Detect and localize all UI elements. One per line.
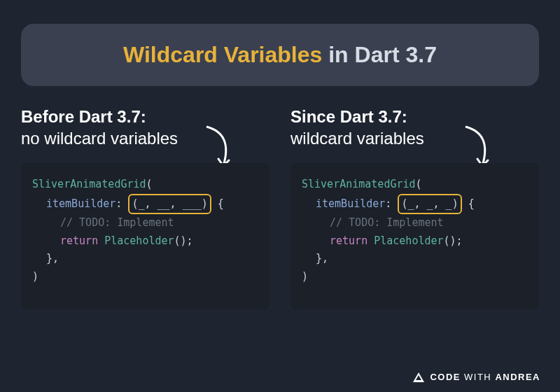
- code-line: itemBuilder: (_, _, _) {: [302, 194, 528, 215]
- title-rest: in Dart 3.7: [322, 42, 437, 67]
- brand-logo-icon: [413, 372, 424, 382]
- columns-container: Before Dart 3.7: no wildcard variables S…: [0, 86, 560, 309]
- code-line: ): [32, 268, 258, 286]
- code-line: },: [32, 250, 258, 268]
- title-accent: Wildcard Variables: [123, 42, 322, 67]
- brand-with: WITH: [461, 372, 495, 382]
- code-param: itemBuilder: [46, 197, 115, 210]
- code-class: SliverAnimatedGrid: [32, 178, 146, 190]
- right-code-box: SliverAnimatedGrid( itemBuilder: (_, _, …: [290, 163, 539, 309]
- wildcard-highlight: (_, __, ___): [128, 194, 211, 215]
- code-placeholder: Placeholder: [374, 234, 443, 247]
- code-punct: [368, 234, 374, 247]
- right-heading-bold: Since Dart 3.7:: [290, 106, 539, 127]
- code-param: itemBuilder: [316, 197, 385, 210]
- code-punct: },: [46, 252, 59, 265]
- left-code-box: SliverAnimatedGrid( itemBuilder: (_, __,…: [21, 163, 270, 309]
- code-line: return Placeholder();: [302, 232, 528, 251]
- code-line: // TODO: Implement: [32, 214, 258, 232]
- wildcard-highlight: (_, _, _): [398, 194, 461, 215]
- code-line: // TODO: Implement: [302, 214, 528, 232]
- code-line: ): [302, 268, 528, 286]
- code-placeholder: Placeholder: [104, 234, 174, 247]
- code-punct: {: [211, 197, 224, 210]
- code-comment: // TODO: Implement: [330, 216, 444, 229]
- code-punct: [98, 234, 104, 247]
- code-line: SliverAnimatedGrid(: [302, 176, 528, 194]
- code-punct: ): [302, 270, 308, 283]
- code-line: SliverAnimatedGrid(: [32, 176, 258, 194]
- code-line: },: [302, 250, 528, 268]
- code-line: itemBuilder: (_, __, ___) {: [32, 194, 258, 215]
- code-keyword: return: [330, 234, 368, 247]
- code-punct: ): [32, 270, 38, 283]
- brand-andrea: ANDREA: [495, 372, 540, 382]
- footer-brand: CODE WITH ANDREA: [413, 372, 540, 382]
- code-punct: (: [146, 178, 153, 190]
- code-punct: {: [462, 197, 475, 210]
- code-wildcards: (_, _, _): [401, 197, 458, 210]
- code-punct: :: [115, 197, 128, 210]
- brand-code: CODE: [430, 372, 461, 382]
- right-heading-normal: wildcard variables: [290, 127, 539, 149]
- left-column: Before Dart 3.7: no wildcard variables S…: [21, 106, 270, 309]
- left-heading-bold: Before Dart 3.7:: [21, 106, 270, 127]
- code-keyword: return: [60, 234, 98, 247]
- code-wildcards: (_, __, ___): [132, 197, 207, 210]
- code-punct: (: [416, 178, 422, 190]
- code-punct: :: [385, 197, 398, 210]
- code-class: SliverAnimatedGrid: [302, 178, 416, 190]
- code-comment: // TODO: Implement: [60, 216, 174, 229]
- code-punct: ();: [444, 234, 463, 247]
- right-heading: Since Dart 3.7: wildcard variables: [290, 106, 539, 149]
- code-line: return Placeholder();: [32, 232, 258, 251]
- code-punct: },: [316, 252, 328, 265]
- left-heading: Before Dart 3.7: no wildcard variables: [21, 106, 270, 149]
- brand-text: CODE WITH ANDREA: [430, 372, 540, 382]
- right-column: Since Dart 3.7: wildcard variables Slive…: [290, 106, 539, 309]
- code-punct: ();: [174, 234, 193, 247]
- left-heading-normal: no wildcard variables: [21, 127, 270, 149]
- title-banner: Wildcard Variables in Dart 3.7: [21, 24, 539, 86]
